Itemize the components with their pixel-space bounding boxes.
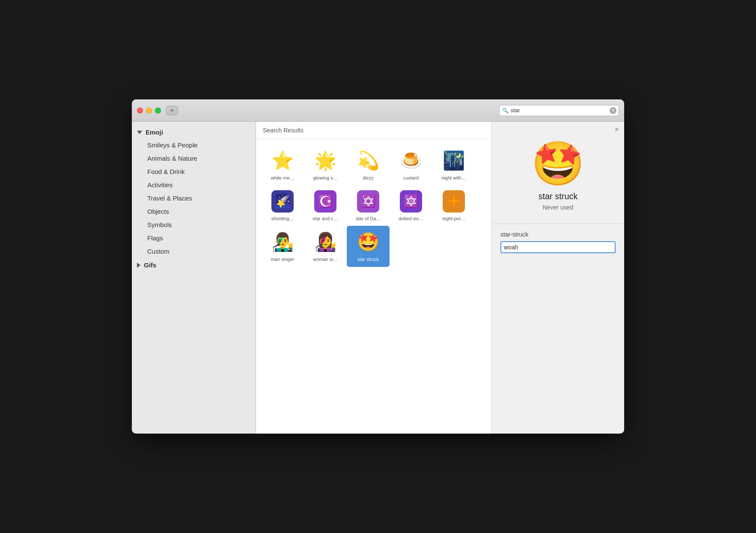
emoji-item-white-star[interactable]: ⭐ white me… bbox=[261, 144, 304, 185]
emoji-icon: 👨‍🎤 bbox=[271, 230, 295, 254]
emoji-icon: 🌃 bbox=[442, 149, 466, 173]
emoji-label: dizzy bbox=[363, 175, 373, 181]
gifs-triangle-icon bbox=[137, 263, 140, 268]
emoji-label: star and c… bbox=[313, 216, 338, 222]
emoji-item-night-stars[interactable]: 🌃 night with… bbox=[432, 144, 475, 185]
emoji-item-custard[interactable]: 🍮 custard bbox=[390, 144, 432, 185]
center-panel: Search Results ⭐ white me… 🌟 glowing s… … bbox=[256, 122, 491, 434]
gifs-section: Gifs bbox=[132, 259, 256, 271]
emoji-label: night with… bbox=[441, 175, 466, 181]
emoji-label: woman si… bbox=[313, 257, 337, 262]
emoji-label: man singer bbox=[271, 257, 294, 262]
emoji-label: star of Da… bbox=[356, 216, 381, 222]
sidebar-item-travel[interactable]: Travel & Places bbox=[132, 192, 256, 205]
sidebar-item-symbols[interactable]: Symbols bbox=[132, 218, 256, 231]
emoji-section-header[interactable]: Emoji bbox=[132, 126, 256, 138]
sidebar-item-label: Food & Drink bbox=[147, 168, 185, 175]
emoji-icon: 🌠 bbox=[271, 189, 295, 213]
sidebar-item-activities[interactable]: Activities bbox=[132, 178, 256, 192]
emoji-item-woman-singer[interactable]: 👩‍🎤 woman si… bbox=[304, 226, 347, 266]
preview-divider bbox=[492, 224, 624, 224]
emoji-label: glowing s… bbox=[313, 175, 338, 181]
emoji-item-dizzy[interactable]: 💫 dizzy bbox=[347, 144, 390, 185]
preview-name: star struck bbox=[538, 192, 577, 201]
preview-emoji-display: 🤩 bbox=[531, 139, 585, 187]
emoji-item-glowing-star[interactable]: 🌟 glowing s… bbox=[304, 144, 347, 185]
new-tab-button[interactable]: + bbox=[166, 106, 178, 115]
emoji-icon: ✴️ bbox=[442, 189, 466, 213]
sidebar: Emoji Smileys & People Animals & Nature … bbox=[132, 122, 256, 434]
emoji-icon: ⭐ bbox=[271, 149, 295, 173]
emoji-section-label: Emoji bbox=[146, 129, 163, 136]
sidebar-item-label: Smileys & People bbox=[147, 141, 198, 149]
right-panel-close-button[interactable]: × bbox=[609, 122, 624, 138]
sidebar-item-label: Travel & Places bbox=[147, 195, 192, 202]
sidebar-item-food[interactable]: Food & Drink bbox=[132, 165, 256, 178]
sidebar-item-custom[interactable]: Custom bbox=[132, 245, 256, 258]
emoji-label: custard bbox=[403, 175, 419, 181]
emoji-item-shooting-star[interactable]: 🌠 shooting… bbox=[261, 185, 304, 226]
emoji-section: Emoji Smileys & People Animals & Nature … bbox=[132, 126, 256, 258]
emoji-label: white me… bbox=[271, 175, 294, 181]
sidebar-item-label: Symbols bbox=[147, 221, 172, 228]
emoji-icon: 🤩 bbox=[356, 230, 380, 254]
close-button[interactable] bbox=[137, 108, 143, 114]
traffic-lights bbox=[137, 108, 161, 114]
emoji-item-star-david[interactable]: ✡️ star of Da… bbox=[347, 185, 390, 226]
emoji-icon: ✡️ bbox=[356, 189, 380, 213]
sidebar-item-objects[interactable]: Objects bbox=[132, 205, 256, 218]
emoji-label: shooting… bbox=[271, 216, 294, 222]
sidebar-item-animals[interactable]: Animals & Nature bbox=[132, 152, 256, 165]
new-tab-label: + bbox=[170, 107, 174, 114]
emoji-icon: 👩‍🎤 bbox=[313, 230, 337, 254]
emoji-icon: 💫 bbox=[356, 149, 380, 173]
gifs-section-label: Gifs bbox=[144, 261, 156, 269]
close-icon: × bbox=[614, 125, 619, 134]
emoji-item-star-crescent[interactable]: ☪️ star and c… bbox=[304, 185, 347, 226]
maximize-button[interactable] bbox=[155, 108, 161, 114]
right-panel: × 🤩 star struck Never used star-struck bbox=[491, 122, 624, 434]
titlebar: + 🔍 ✕ bbox=[132, 99, 624, 122]
emoji-icon: 🔯 bbox=[399, 189, 423, 213]
sidebar-item-label: Flags bbox=[147, 234, 163, 242]
emoji-icon: ☪️ bbox=[313, 189, 337, 213]
app-window: + 🔍 ✕ Emoji Smileys & People Animals & N… bbox=[132, 99, 624, 434]
preview-usage: Never used bbox=[543, 204, 574, 211]
gifs-section-header[interactable]: Gifs bbox=[132, 259, 256, 271]
preview-emoji: 🤩 bbox=[531, 142, 585, 185]
search-clear-button[interactable]: ✕ bbox=[610, 107, 616, 114]
sidebar-item-smileys[interactable]: Smileys & People bbox=[132, 138, 256, 152]
search-results-header: Search Results bbox=[256, 122, 491, 139]
emoji-item-star-struck[interactable]: 🤩 star struck bbox=[347, 226, 390, 266]
emoji-icon: 🍮 bbox=[399, 149, 423, 173]
preview-alias-input[interactable] bbox=[500, 241, 616, 253]
sidebar-item-label: Animals & Nature bbox=[147, 155, 197, 162]
emoji-item-eight-star[interactable]: ✴️ eight-poi… bbox=[432, 185, 475, 226]
sidebar-item-label: Custom bbox=[147, 248, 170, 255]
sidebar-item-label: Objects bbox=[147, 208, 169, 215]
emoji-grid: ⭐ white me… 🌟 glowing s… 💫 dizzy 🍮 custa… bbox=[256, 139, 491, 272]
emoji-label: dotted six… bbox=[399, 216, 423, 222]
emoji-label: star struck bbox=[357, 257, 379, 262]
main-content: Emoji Smileys & People Animals & Nature … bbox=[132, 122, 624, 434]
emoji-label: eight-poi… bbox=[442, 216, 465, 222]
emoji-item-man-singer[interactable]: 👨‍🎤 man singer bbox=[261, 226, 304, 266]
minimize-button[interactable] bbox=[146, 108, 152, 114]
emoji-item-dotted-star[interactable]: 🔯 dotted six… bbox=[390, 185, 432, 226]
emoji-triangle-icon bbox=[137, 131, 142, 134]
search-input[interactable] bbox=[499, 105, 619, 116]
emoji-icon: 🌟 bbox=[313, 149, 337, 173]
search-container: 🔍 ✕ bbox=[499, 105, 619, 116]
search-icon: 🔍 bbox=[502, 108, 509, 114]
sidebar-item-label: Activities bbox=[147, 181, 173, 189]
preview-slug: star-struck bbox=[492, 231, 528, 238]
sidebar-item-flags[interactable]: Flags bbox=[132, 231, 256, 245]
